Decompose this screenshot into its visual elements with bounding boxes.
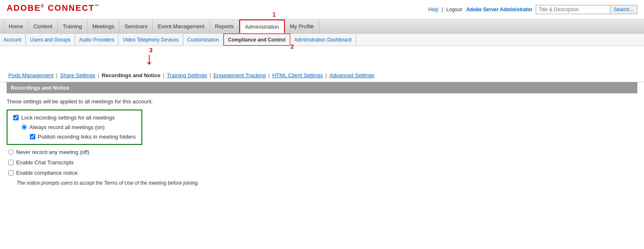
app-logo: ADOBE® CONNECT™ [7, 3, 100, 16]
nav-meetings[interactable]: Meetings [87, 20, 120, 33]
comp-tab-html-client[interactable]: HTML Client Settings [270, 72, 324, 78]
subnav-admin-dashboard[interactable]: Administration Dashboard [290, 34, 356, 46]
nav-reports[interactable]: Reports [210, 20, 239, 33]
subnav-account[interactable]: Account [3, 34, 26, 46]
compliance-notice-row: Enable compliance notice [7, 170, 637, 176]
publish-links-checkbox[interactable] [30, 134, 35, 139]
always-record-row: Always record all meetings (on) [13, 124, 136, 130]
annotation-3-arrow: ↓ [145, 50, 153, 67]
always-record-radio[interactable] [22, 124, 27, 130]
chat-transcripts-label: Enable Chat Transcripts [16, 159, 74, 166]
help-link[interactable]: Help [428, 7, 439, 12]
comp-tab-share[interactable]: Share Settings [58, 72, 97, 78]
comp-tab-training[interactable]: Training Settings [165, 72, 209, 78]
publish-links-row: Publish recording links in meeting folde… [13, 134, 136, 140]
compliance-notice-checkbox[interactable] [8, 170, 14, 176]
publish-links-label: Publish recording links in meeting folde… [38, 134, 136, 140]
chat-transcripts-row: Enable Chat Transcripts [7, 159, 637, 166]
subnav-audio-providers[interactable]: Audio Providers [75, 34, 119, 46]
nav-event-management[interactable]: Event Management [153, 20, 210, 33]
sub-nav: Account Users and Groups Audio Providers… [0, 34, 644, 46]
main-nav: Home Content Training Meetings Seminars … [0, 20, 644, 34]
compliance-tabs: Pods Management | Share Settings | Recor… [0, 69, 644, 82]
content-area: Recordings and Notice These settings wil… [0, 82, 644, 193]
annotation-area: 3 ↓ [0, 46, 644, 69]
subnav-video-telephony[interactable]: Video Telephony Devices [119, 34, 183, 46]
search-button[interactable]: Search... [610, 5, 637, 14]
lock-recording-box: Lock recording settings for all meetings… [7, 110, 142, 145]
compliance-notice-label: Enable compliance notice [16, 170, 78, 176]
chat-transcripts-checkbox[interactable] [8, 160, 14, 165]
nav-home[interactable]: Home [3, 20, 29, 33]
lock-checkbox-row: Lock recording settings for all meetings [13, 115, 136, 121]
section-description: These settings will be applied to all me… [7, 98, 637, 105]
always-record-label: Always record all meetings (on) [29, 124, 104, 130]
comp-tab-advanced[interactable]: Advanced Settings [328, 72, 376, 78]
never-record-radio[interactable] [8, 149, 14, 155]
never-record-label: Never record any meeting (off) [16, 149, 89, 155]
admin-name-link[interactable]: Adobe Server Administrator [466, 7, 532, 12]
lock-recording-checkbox[interactable] [13, 115, 19, 120]
separator-1: | [442, 7, 443, 12]
notice-italic-text: The notice prompts users to accept the T… [7, 180, 637, 186]
annotation-1: 1 [272, 11, 276, 18]
never-record-row: Never record any meeting (off) [7, 149, 637, 155]
nav-my-profile[interactable]: My Profile [285, 20, 319, 33]
nav-administration[interactable]: Administration 1 [239, 20, 285, 33]
subnav-customization[interactable]: Customization [183, 34, 224, 46]
nav-content[interactable]: Content [29, 20, 58, 33]
subnav-compliance-control[interactable]: Compliance and Control 2 [224, 34, 290, 46]
comp-tab-recordings[interactable]: Recordings and Notice [100, 72, 162, 78]
comp-tab-engagement[interactable]: Engagement Tracking [212, 72, 267, 78]
logout-label: Logout: [446, 7, 463, 12]
nav-training[interactable]: Training [58, 20, 87, 33]
search-input[interactable] [536, 5, 610, 14]
top-right-area: Help | Logout: Adobe Server Administrato… [428, 5, 637, 14]
nav-seminars[interactable]: Seminars [119, 20, 153, 33]
search-area: Search... [536, 5, 637, 14]
section-header: Recordings and Notice [7, 82, 637, 93]
comp-tab-pods[interactable]: Pods Management [7, 72, 55, 78]
lock-recording-label: Lock recording settings for all meetings [21, 115, 114, 121]
subnav-users-groups[interactable]: Users and Groups [26, 34, 75, 46]
